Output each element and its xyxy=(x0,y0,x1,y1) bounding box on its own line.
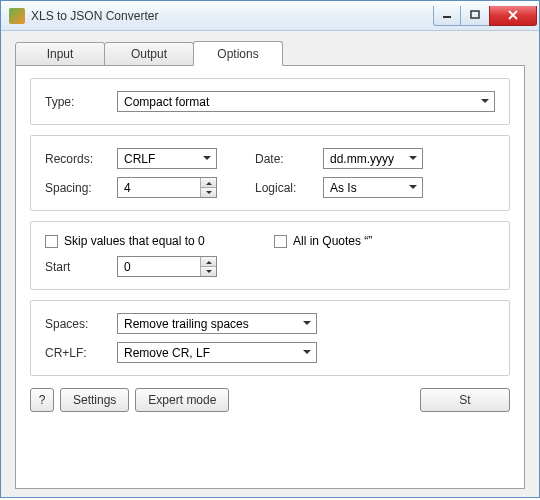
options-panel: Type: Compact format Records: CRLF Date:… xyxy=(15,65,525,489)
expert-mode-button[interactable]: Expert mode xyxy=(135,388,229,412)
type-label: Type: xyxy=(45,95,109,109)
bottom-bar: ? Settings Expert mode St xyxy=(30,386,510,412)
app-icon xyxy=(9,8,25,24)
svg-rect-0 xyxy=(443,16,451,18)
tab-bar: Input Output Options xyxy=(15,41,525,65)
close-button[interactable] xyxy=(489,6,537,26)
cleanup-group: Spaces: Remove trailing spaces CR+LF: Re… xyxy=(30,300,510,376)
spaces-label: Spaces: xyxy=(45,317,109,331)
start-label: Start xyxy=(45,260,109,274)
client-area: Input Output Options Type: Compact forma… xyxy=(1,31,539,497)
maximize-button[interactable] xyxy=(460,6,490,26)
crlf-value: Remove CR, LF xyxy=(124,346,210,360)
start-down-button[interactable] xyxy=(201,267,216,276)
records-combo[interactable]: CRLF xyxy=(117,148,217,169)
window-controls xyxy=(434,6,537,26)
logical-label: Logical: xyxy=(255,181,315,195)
date-label: Date: xyxy=(255,152,315,166)
spacing-up-button[interactable] xyxy=(201,178,216,188)
tab-options[interactable]: Options xyxy=(193,41,283,66)
date-value: dd.mm.yyyy xyxy=(330,152,394,166)
all-quotes-checkbox[interactable] xyxy=(274,235,287,248)
start-button[interactable]: St xyxy=(420,388,510,412)
values-group: Skip values that equal to 0 All in Quote… xyxy=(30,221,510,290)
logical-value: As Is xyxy=(330,181,357,195)
crlf-combo[interactable]: Remove CR, LF xyxy=(117,342,317,363)
spacing-label: Spacing: xyxy=(45,181,109,195)
skip-zero-checkbox[interactable] xyxy=(45,235,58,248)
spaces-combo[interactable]: Remove trailing spaces xyxy=(117,313,317,334)
start-up-button[interactable] xyxy=(201,257,216,267)
app-window: XLS to JSON Converter Input Output Optio… xyxy=(0,0,540,498)
format-group: Records: CRLF Date: dd.mm.yyyy Spacing: … xyxy=(30,135,510,211)
type-value: Compact format xyxy=(124,95,209,109)
tab-output[interactable]: Output xyxy=(104,42,194,66)
settings-button[interactable]: Settings xyxy=(60,388,129,412)
window-title: XLS to JSON Converter xyxy=(31,9,434,23)
start-spinner[interactable]: 0 xyxy=(117,256,217,277)
spaces-value: Remove trailing spaces xyxy=(124,317,249,331)
logical-combo[interactable]: As Is xyxy=(323,177,423,198)
crlf-label: CR+LF: xyxy=(45,346,109,360)
all-quotes-label: All in Quotes “” xyxy=(293,234,372,248)
date-combo[interactable]: dd.mm.yyyy xyxy=(323,148,423,169)
minimize-button[interactable] xyxy=(433,6,461,26)
spacing-down-button[interactable] xyxy=(201,188,216,197)
type-group: Type: Compact format xyxy=(30,78,510,125)
svg-rect-1 xyxy=(471,11,479,18)
spacing-spinner[interactable]: 4 xyxy=(117,177,217,198)
records-label: Records: xyxy=(45,152,109,166)
type-combo[interactable]: Compact format xyxy=(117,91,495,112)
skip-zero-label: Skip values that equal to 0 xyxy=(64,234,205,248)
spacing-value: 4 xyxy=(124,181,131,195)
spacing-spin-buttons xyxy=(200,178,216,197)
records-value: CRLF xyxy=(124,152,155,166)
start-spin-buttons xyxy=(200,257,216,276)
tab-input[interactable]: Input xyxy=(15,42,105,66)
start-value: 0 xyxy=(124,260,131,274)
help-button[interactable]: ? xyxy=(30,388,54,412)
titlebar[interactable]: XLS to JSON Converter xyxy=(1,1,539,31)
